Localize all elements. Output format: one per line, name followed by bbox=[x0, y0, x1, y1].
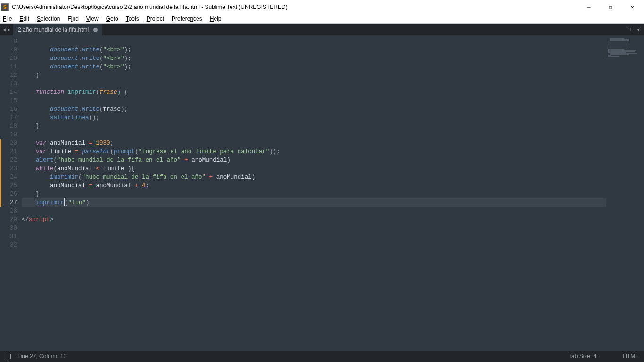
menu-tools[interactable]: Tools bbox=[126, 16, 139, 22]
tab-nav: ◀ ▶ bbox=[0, 24, 13, 35]
menu-preferences[interactable]: Preferences bbox=[172, 16, 202, 22]
tabbar: ◀ ▶ 2 año mundial de la fifa.html + ▾ bbox=[0, 24, 644, 35]
tab-dropdown-icon[interactable]: ▾ bbox=[636, 26, 640, 33]
statusbar: Line 27, Column 13 Tab Size: 4 HTML bbox=[0, 351, 644, 362]
tab-active[interactable]: 2 año mundial de la fifa.html bbox=[13, 24, 102, 35]
status-position[interactable]: Line 27, Column 13 bbox=[17, 353, 66, 360]
menu-find[interactable]: Find bbox=[67, 16, 78, 22]
menu-project[interactable]: Project bbox=[147, 16, 164, 22]
menu-help[interactable]: Help bbox=[210, 16, 222, 22]
editor[interactable]: 8910111213141516171819202122232425262728… bbox=[0, 35, 644, 351]
app-icon: S bbox=[1, 3, 9, 11]
menu-selection[interactable]: Selection bbox=[37, 16, 60, 22]
minimize-button[interactable]: ─ bbox=[578, 0, 600, 14]
tab-label: 2 año mundial de la fifa.html bbox=[18, 26, 89, 33]
close-button[interactable]: ✕ bbox=[621, 0, 643, 14]
gutter: 8910111213141516171819202122232425262728… bbox=[0, 35, 22, 351]
nav-forward-icon[interactable]: ▶ bbox=[8, 27, 10, 33]
status-language[interactable]: HTML bbox=[623, 353, 638, 360]
nav-back-icon[interactable]: ◀ bbox=[3, 27, 6, 33]
menu-view[interactable]: View bbox=[86, 16, 99, 22]
menu-goto[interactable]: Goto bbox=[106, 16, 118, 22]
new-tab-icon[interactable]: + bbox=[629, 26, 633, 33]
menu-edit[interactable]: Edit bbox=[19, 16, 29, 22]
code-area[interactable]: document.write("<br>"); document.write("… bbox=[22, 35, 606, 351]
status-tabsize[interactable]: Tab Size: 4 bbox=[569, 353, 596, 360]
window-title: C:\Users\Administrator\Desktop\lógica\cu… bbox=[12, 4, 578, 10]
menu-file[interactable]: File bbox=[3, 16, 12, 22]
status-panel-icon[interactable] bbox=[6, 354, 11, 359]
minimap[interactable] bbox=[606, 35, 644, 351]
window-controls: ─ □ ✕ bbox=[578, 0, 643, 14]
tab-modified-icon[interactable] bbox=[93, 28, 98, 32]
menubar: File Edit Selection Find View Goto Tools… bbox=[0, 14, 644, 24]
titlebar: S C:\Users\Administrator\Desktop\lógica\… bbox=[0, 0, 644, 14]
maximize-button[interactable]: □ bbox=[600, 0, 621, 14]
